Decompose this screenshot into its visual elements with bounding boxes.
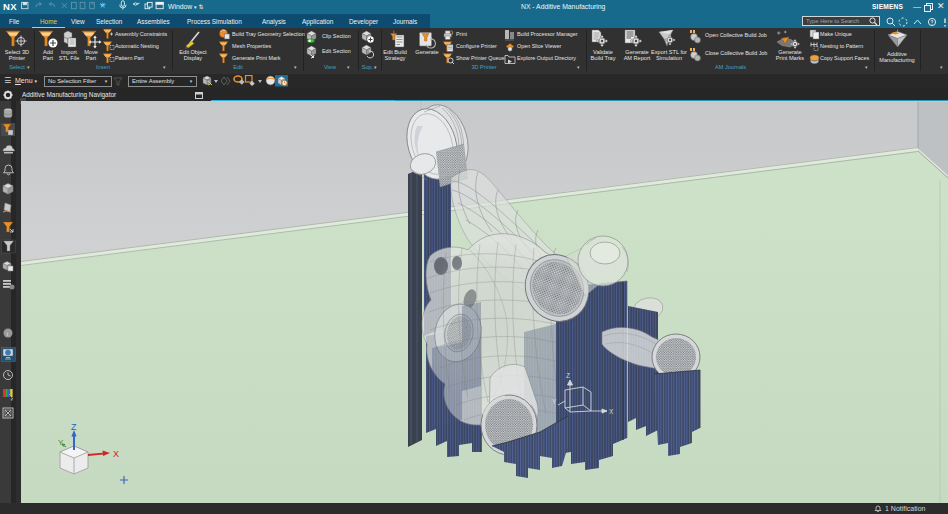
svg-text:i: i [6,330,8,338]
svg-text:Y: Y [58,438,64,447]
svg-text:X: X [609,408,614,415]
svg-text:Y: Y [552,398,557,405]
svg-text:Z: Z [71,422,77,432]
svg-text:Z: Z [566,372,570,379]
svg-text:X: X [113,449,119,459]
